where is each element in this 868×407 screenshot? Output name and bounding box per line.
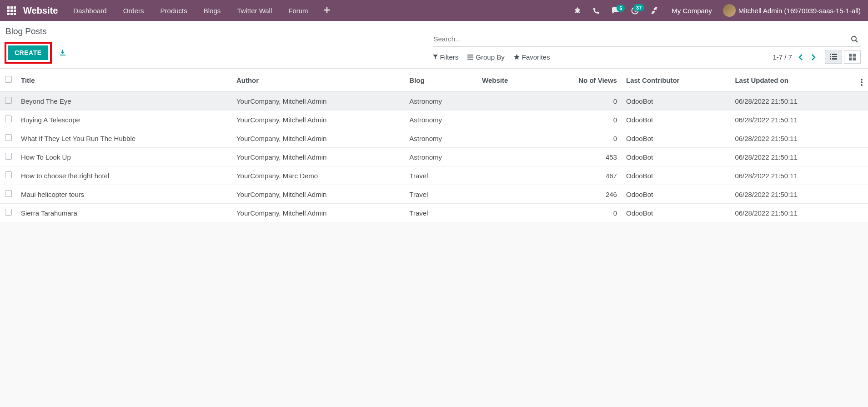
nav-blogs[interactable]: Blogs <box>196 1 229 20</box>
cell-updated: 06/28/2022 21:50:11 <box>730 166 855 185</box>
kanban-view-icon[interactable] <box>844 50 861 64</box>
row-checkbox[interactable] <box>5 153 12 160</box>
messages-icon[interactable]: 5 <box>607 3 624 19</box>
svg-point-2 <box>852 36 856 41</box>
add-menu-icon[interactable] <box>316 1 337 20</box>
row-checkbox[interactable] <box>5 116 12 122</box>
cell-updated: 06/28/2022 21:50:11 <box>730 92 855 111</box>
cell-contributor: OdooBot <box>622 111 730 129</box>
groupby-button[interactable]: Group By <box>467 53 504 61</box>
svg-rect-4 <box>830 56 831 57</box>
cell-website <box>477 129 539 148</box>
columns-menu-icon[interactable] <box>855 69 868 92</box>
table-row[interactable]: Maui helicopter toursYourCompany, Mitche… <box>0 185 868 204</box>
table-row[interactable]: Beyond The EyeYourCompany, Mitchell Admi… <box>0 92 868 111</box>
table-row[interactable]: How to choose the right hotelYourCompany… <box>0 166 868 185</box>
cell-views: 0 <box>539 92 622 111</box>
table-row[interactable]: Sierra TarahumaraYourCompany, Mitchell A… <box>0 204 868 222</box>
create-button[interactable]: CREATE <box>8 45 48 60</box>
list-view: Title Author Blog Website No of Views La… <box>0 69 868 222</box>
tools-icon[interactable] <box>646 2 662 19</box>
select-all-checkbox[interactable] <box>5 76 12 83</box>
nav-products[interactable]: Products <box>152 1 196 20</box>
search-bar <box>433 31 861 47</box>
col-views[interactable]: No of Views <box>539 69 622 92</box>
download-icon[interactable] <box>56 46 69 59</box>
cell-updated: 06/28/2022 21:50:11 <box>730 148 855 166</box>
cell-author: YourCompany, Mitchell Admin <box>232 92 405 111</box>
cell-blog: Astronomy <box>405 129 477 148</box>
pager-prev-icon[interactable] <box>797 52 805 62</box>
bug-icon[interactable] <box>569 2 586 19</box>
company-switcher[interactable]: My Company <box>665 2 718 19</box>
svg-rect-11 <box>849 58 852 61</box>
table-row[interactable]: How To Look UpYourCompany, Mitchell Admi… <box>0 148 868 166</box>
cell-title: How to choose the right hotel <box>16 166 232 185</box>
cell-title: How To Look Up <box>16 148 232 166</box>
cell-blog: Astronomy <box>405 111 477 129</box>
cell-website <box>477 111 539 129</box>
cell-contributor: OdooBot <box>622 92 730 111</box>
row-checkbox[interactable] <box>5 171 12 178</box>
row-checkbox[interactable] <box>5 97 12 104</box>
table-row[interactable]: Buying A TelescopeYourCompany, Mitchell … <box>0 111 868 129</box>
brand-label[interactable]: Website <box>20 5 65 16</box>
cell-author: YourCompany, Marc Demo <box>232 166 405 185</box>
nav-twitter-wall[interactable]: Twitter Wall <box>229 1 280 20</box>
cell-author: YourCompany, Mitchell Admin <box>232 204 405 222</box>
cell-views: 246 <box>539 185 622 204</box>
topbar-right: 5 37 My Company Mitchell Admin (16970939… <box>569 0 864 21</box>
table-row[interactable]: What If They Let You Run The HubbleYourC… <box>0 129 868 148</box>
table-header-row: Title Author Blog Website No of Views La… <box>0 69 868 92</box>
user-name: Mitchell Admin (16970939-saas-15-1-all) <box>738 7 861 15</box>
cell-contributor: OdooBot <box>622 148 730 166</box>
cell-updated: 06/28/2022 21:50:11 <box>730 204 855 222</box>
col-contributor[interactable]: Last Contributor <box>622 69 730 92</box>
cell-website <box>477 204 539 222</box>
cell-pad <box>855 204 868 222</box>
list-view-icon[interactable] <box>825 50 842 64</box>
cell-contributor: OdooBot <box>622 166 730 185</box>
cell-views: 453 <box>539 148 622 166</box>
col-author[interactable]: Author <box>232 69 405 92</box>
col-blog[interactable]: Blog <box>405 69 477 92</box>
row-checkbox[interactable] <box>5 134 12 141</box>
svg-rect-9 <box>849 54 852 57</box>
page-title: Blog Posts <box>5 25 69 42</box>
nav-dashboard[interactable]: Dashboard <box>65 1 115 20</box>
nav-forum[interactable]: Forum <box>280 1 316 20</box>
cell-website <box>477 148 539 166</box>
cell-website <box>477 185 539 204</box>
pager-next-icon[interactable] <box>809 52 818 62</box>
control-panel: Blog Posts CREATE Filters <box>0 21 868 69</box>
activity-icon[interactable]: 37 <box>627 2 643 19</box>
user-menu[interactable]: Mitchell Admin (16970939-saas-15-1-all) <box>721 0 864 21</box>
cell-title: Buying A Telescope <box>16 111 232 129</box>
nav-orders[interactable]: Orders <box>115 1 152 20</box>
col-website[interactable]: Website <box>477 69 539 92</box>
filters-button[interactable]: Filters <box>433 53 459 61</box>
phone-icon[interactable] <box>588 3 604 19</box>
cell-website <box>477 166 539 185</box>
cell-views: 0 <box>539 129 622 148</box>
favorites-button[interactable]: Favorites <box>514 53 550 61</box>
pager: 1-7 / 7 <box>773 52 818 62</box>
svg-rect-10 <box>853 54 856 57</box>
create-highlight: CREATE <box>5 42 52 64</box>
row-checkbox[interactable] <box>5 190 12 197</box>
apps-icon[interactable] <box>4 3 20 19</box>
row-checkbox[interactable] <box>5 209 12 216</box>
col-updated[interactable]: Last Updated on <box>730 69 855 92</box>
cell-author: YourCompany, Mitchell Admin <box>232 185 405 204</box>
cell-views: 467 <box>539 166 622 185</box>
search-icon[interactable] <box>848 33 861 45</box>
avatar <box>723 4 736 17</box>
cell-author: YourCompany, Mitchell Admin <box>232 111 405 129</box>
cell-pad <box>855 148 868 166</box>
pager-text[interactable]: 1-7 / 7 <box>773 53 792 61</box>
cell-blog: Astronomy <box>405 148 477 166</box>
cell-pad <box>855 92 868 111</box>
search-input[interactable] <box>433 31 848 46</box>
col-title[interactable]: Title <box>16 69 232 92</box>
cell-contributor: OdooBot <box>622 204 730 222</box>
